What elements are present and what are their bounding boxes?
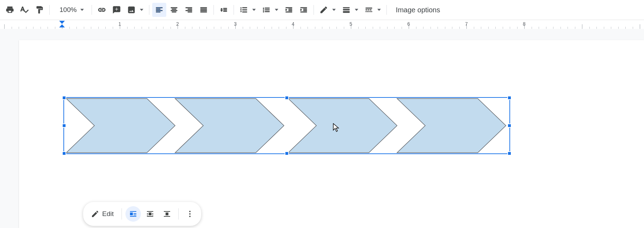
zoom-select[interactable]: 100% (52, 3, 89, 17)
paint-format-button[interactable] (32, 3, 47, 17)
border-color-button[interactable] (317, 3, 339, 17)
zoom-value: 100% (60, 6, 77, 14)
bulleted-list-button[interactable] (259, 3, 281, 17)
separator (149, 5, 149, 15)
align-left-button[interactable] (152, 3, 166, 17)
resize-handle-bottom-middle[interactable] (285, 151, 289, 156)
numbered-list-button[interactable] (237, 3, 259, 17)
align-center-icon (170, 6, 178, 14)
numbered-list-icon (240, 6, 248, 14)
wrap-inline-icon (129, 210, 137, 218)
separator (49, 5, 50, 15)
border-dash-button[interactable] (362, 3, 384, 17)
separator (122, 208, 122, 220)
add-comment-icon (112, 6, 121, 14)
svg-point-2 (189, 216, 191, 217)
border-dash-icon (365, 6, 373, 14)
border-dash-inner (362, 3, 376, 17)
resize-handle-middle-left[interactable] (62, 124, 66, 128)
resize-handle-top-left[interactable] (62, 96, 66, 100)
border-weight-button[interactable] (339, 3, 361, 17)
insert-link-button[interactable] (95, 3, 109, 17)
spellcheck-icon (20, 6, 29, 14)
wrap-break-button[interactable] (159, 206, 175, 222)
spellcheck-button[interactable] (18, 3, 32, 17)
numbered-list-inner (237, 3, 251, 17)
pencil-icon (320, 6, 328, 14)
align-justify-button[interactable] (197, 3, 211, 17)
chevron-down-icon (252, 9, 256, 11)
line-spacing-icon (219, 6, 228, 14)
align-right-icon (185, 6, 193, 14)
image-options-button[interactable]: Image options (390, 6, 447, 14)
more-options-button[interactable] (182, 206, 198, 222)
increase-indent-icon (299, 6, 308, 14)
wrap-text-button[interactable] (142, 206, 158, 222)
add-comment-button[interactable] (110, 3, 124, 17)
resize-handle-middle-right[interactable] (507, 124, 512, 128)
horizontal-ruler[interactable]: 12345678 (0, 20, 644, 30)
resize-handle-bottom-left[interactable] (62, 151, 66, 156)
align-right-button[interactable] (182, 3, 196, 17)
edit-drawing-label: Edit (102, 210, 114, 218)
resize-handle-top-right[interactable] (507, 96, 512, 100)
image-options-label: Image options (396, 6, 440, 14)
resize-handle-top-middle[interactable] (285, 96, 289, 100)
separator (92, 5, 92, 15)
first-line-indent-marker[interactable] (59, 21, 65, 24)
image-context-toolbar: Edit (83, 202, 201, 226)
line-spacing-button[interactable] (217, 3, 231, 17)
bulleted-list-inner (259, 3, 273, 17)
chevron-down-icon (140, 9, 143, 11)
bulleted-list-icon (262, 6, 271, 14)
selection-box[interactable] (63, 97, 510, 154)
chevron-down-icon (332, 9, 336, 11)
left-indent-marker[interactable] (59, 24, 65, 27)
separator (234, 5, 234, 15)
wrap-text-icon (146, 210, 154, 218)
chevron-down-icon (377, 9, 381, 11)
edit-drawing-button[interactable]: Edit (87, 206, 118, 222)
insert-image-button[interactable] (124, 3, 146, 17)
increase-indent-button[interactable] (297, 3, 311, 17)
separator (178, 208, 179, 220)
align-center-button[interactable] (167, 3, 181, 17)
more-vertical-icon (186, 210, 194, 218)
chevron-down-icon (80, 9, 84, 11)
paint-roller-icon (35, 6, 44, 14)
ruler-ticks: 12345678 (0, 20, 644, 29)
decrease-indent-button[interactable] (282, 3, 296, 17)
main-toolbar: 100% (0, 0, 644, 20)
chevron-down-icon (355, 9, 358, 11)
insert-image-inner (124, 3, 138, 17)
link-icon (98, 6, 106, 14)
wrap-break-icon (163, 210, 171, 218)
decrease-indent-icon (285, 6, 293, 14)
border-color-inner (317, 3, 331, 17)
document-page[interactable]: Edit (19, 40, 644, 228)
border-weight-inner (339, 3, 353, 17)
svg-point-1 (189, 213, 191, 215)
border-weight-icon (342, 6, 351, 14)
separator (386, 5, 387, 15)
wrap-inline-button[interactable] (125, 206, 141, 222)
chevron-down-icon (275, 9, 278, 11)
document-area: Edit (0, 29, 644, 228)
print-button[interactable] (3, 3, 17, 17)
image-icon (127, 6, 136, 14)
align-justify-icon (199, 6, 208, 14)
print-icon (6, 6, 14, 14)
align-left-icon (155, 6, 163, 14)
pencil-icon (91, 210, 99, 218)
resize-handle-bottom-right[interactable] (507, 151, 512, 156)
separator (213, 5, 214, 15)
svg-point-0 (189, 211, 191, 212)
separator (314, 5, 314, 15)
